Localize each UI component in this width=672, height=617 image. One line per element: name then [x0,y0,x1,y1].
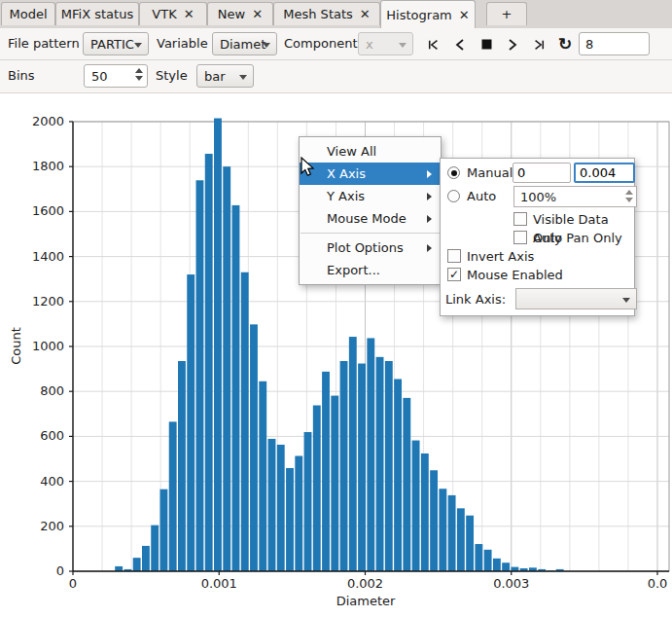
bins-value: 50 [91,69,108,84]
histogram-bar [313,406,321,571]
tab-model[interactable]: Model [1,2,55,25]
unchecked-checkbox[interactable] [513,212,527,226]
frame-count-field[interactable] [579,32,650,55]
tab-label: New [218,7,245,21]
variable-value: Diamet [220,37,265,52]
menu-item-y-axis[interactable]: Y Axis [300,185,441,207]
tab-vtk[interactable]: VTK✕ [139,2,207,25]
auto-label: Auto [467,185,496,208]
variable-combo[interactable]: Diamet [212,32,277,55]
mouse-cursor-icon [301,157,318,178]
spin-arrows-icon[interactable] [135,68,143,81]
histogram-bar [286,468,294,571]
tab-label: Histogram [386,8,451,22]
link-axis-label: Link Axis: [445,287,506,311]
histogram-bar [259,381,266,571]
y-tick-label: 1600 [0,203,64,218]
unchecked-checkbox[interactable] [447,249,461,263]
tab-mfix-status[interactable]: MFiX status [55,2,139,25]
spin-arrows-icon[interactable] [625,190,633,202]
skip-to-end-button[interactable] [527,34,550,54]
menu-item-label: Plot Options [327,240,404,255]
histogram-bar [421,454,429,571]
menu-separator [301,233,440,234]
style-combo[interactable]: bar [196,64,254,88]
chevron-down-icon [399,43,407,48]
menu-item-mouse-mode[interactable]: Mouse Mode [300,207,441,230]
axis-min-field[interactable] [513,163,571,183]
step-forward-icon [508,39,517,51]
step-back-button[interactable] [448,34,472,54]
file-pattern-label: File pattern [8,28,80,59]
tab-histogram[interactable]: Histogram✕ [380,0,476,28]
unchecked-checkbox[interactable] [513,231,527,244]
step-back-icon [455,39,465,51]
histogram-bar [439,489,446,571]
histogram-bar [169,421,177,571]
x-tick-label: 0.001 [190,576,248,591]
histogram-bar [241,272,249,571]
manual-radio[interactable] [447,166,460,179]
toolbar-row-2: Bins 50 Style bar [0,60,672,93]
y-tick-label: 400 [0,474,64,489]
histogram-bar [205,154,213,571]
component-value: x [366,37,373,52]
tab-label: Model [9,7,47,21]
x-axis-submenu-panel: Manual Auto 100% Visible Data OnlyAuto P… [440,158,635,316]
menu-item-plot-options[interactable]: Plot Options [300,236,441,259]
axis-max-field[interactable] [574,163,635,183]
x-tick-label: 0.003 [482,576,541,591]
auto-radio[interactable] [447,190,460,202]
toolbar-row-1: File pattern PARTIC Variable Diamet Comp… [0,28,672,60]
link-axis-combo[interactable] [515,288,637,309]
histogram-bar [187,274,195,571]
menu-item-export-[interactable]: Export... [300,259,441,281]
histogram-bar [232,205,240,571]
histogram-bar [142,546,150,571]
histogram-bar [412,441,420,571]
skip-to-start-icon [428,39,440,51]
histogram-bar [349,337,357,571]
step-forward-button[interactable] [501,34,524,54]
menu-item-label: Y Axis [327,189,365,203]
chevron-down-icon [263,43,270,48]
histogram-bar [466,516,474,571]
tab-label: VTK [152,7,176,21]
close-icon[interactable]: ✕ [360,8,371,20]
histogram-bar [196,180,204,571]
checked-checkbox[interactable]: ✓ [447,268,461,281]
tab-label: + [502,7,513,21]
y-tick-label: 600 [0,428,64,443]
histogram-bar [214,119,222,571]
stop-button[interactable] [475,34,498,54]
bins-spinbox[interactable]: 50 [84,64,148,88]
tab-new[interactable]: New✕ [207,2,273,25]
x-tick-label: 0 [44,576,102,591]
link-axis-row: Link Axis: [444,287,630,311]
histogram-bar [511,567,518,571]
y-tick-label: 1200 [0,294,64,308]
histogram-bar [493,559,501,571]
context-menu: View AllX AxisY AxisMouse ModePlot Optio… [299,136,442,285]
option-row: ✓Mouse Enabled [444,266,630,284]
histogram-bar [385,361,393,571]
menu-item-view-all[interactable]: View All [300,140,441,163]
histogram-bar [133,558,141,571]
close-icon[interactable]: ✕ [459,9,470,21]
histogram-bar [430,470,438,571]
menu-item-x-axis[interactable]: X Axis [300,163,441,185]
auto-percent-spinbox[interactable]: 100% [513,186,637,207]
tab-mesh-stats[interactable]: Mesh Stats✕ [273,2,380,25]
close-icon[interactable]: ✕ [252,8,263,20]
style-label: Style [156,60,188,91]
file-pattern-combo[interactable]: PARTIC [83,32,149,55]
histogram-bar [448,495,456,571]
skip-to-start-button[interactable] [422,34,445,54]
y-tick-label: 1400 [0,249,64,264]
histogram-bar [277,445,285,571]
tab-label: MFiX status [61,7,133,21]
close-icon[interactable]: ✕ [184,8,195,20]
tab--[interactable]: + [486,2,527,25]
option-row: Auto Pan Only [444,229,630,247]
refresh-button[interactable]: ↻ [553,34,577,54]
